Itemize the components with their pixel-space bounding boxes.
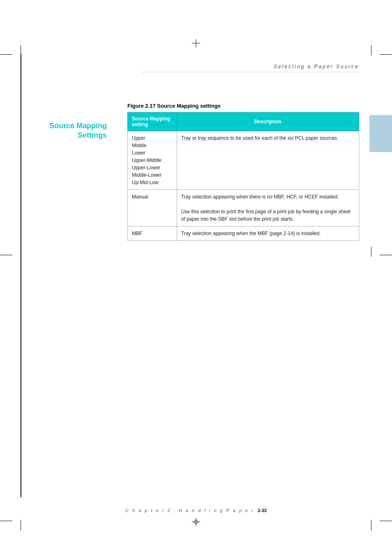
crop-mark-top-right-v: [371, 45, 371, 55]
footer-page-number: 2-33: [258, 508, 267, 513]
page: Selecting a Paper Source Source Mapping …: [0, 0, 392, 554]
crop-mark-mid-right-h: [380, 255, 392, 255]
figure-title: Figure 2.17 Source Mapping settings: [127, 103, 359, 109]
header-title: Selecting a Paper Source: [274, 64, 359, 69]
table-row: Manual Tray selection appearing when the…: [128, 190, 359, 226]
header-divider: [141, 72, 359, 72]
table-header-setting: Source Mapping setting: [128, 113, 177, 131]
table-cell-setting-3: MBF: [128, 226, 177, 241]
chapter-tab: [369, 115, 392, 152]
section-title-line2: Settings: [25, 131, 107, 140]
crosshair-top-center: [192, 39, 200, 48]
table-row: UpperMiddleLowerUpper-MiddleUpper-LowerM…: [128, 131, 359, 190]
crop-mark-top-right-h: [380, 54, 392, 55]
table-cell-setting-1: UpperMiddleLowerUpper-MiddleUpper-LowerM…: [128, 131, 177, 190]
header-area: Selecting a Paper Source: [274, 64, 359, 69]
footer-chapter-text: C h a p t e r 2 : H a n d l i n g P a p …: [125, 508, 254, 513]
crop-mark-bottom-left-h: [0, 521, 12, 521]
table-cell-description-3: Tray selection appearing when the MBF (p…: [177, 226, 359, 241]
table-header-description: Description: [177, 113, 359, 131]
section-title-line1: Source Mapping: [25, 121, 107, 131]
crop-mark-top-left-h: [0, 54, 12, 55]
section-title: Source Mapping Settings: [25, 121, 107, 141]
crop-mark-mid-left-h: [0, 255, 12, 255]
left-border-line: [21, 53, 21, 497]
table-cell-description-2: Tray selection appearing when there is n…: [177, 190, 359, 226]
table-cell-description-1: Tray or tray sequence to be used for eac…: [177, 131, 359, 190]
table-cell-setting-2: Manual: [128, 190, 177, 226]
main-content: Figure 2.17 Source Mapping settings Sour…: [127, 103, 359, 241]
source-mapping-table: Source Mapping setting Description Upper…: [127, 112, 359, 241]
crop-mark-mid-left-v: [21, 247, 21, 257]
crop-mark-mid-right-v: [371, 247, 371, 257]
footer: C h a p t e r 2 : H a n d l i n g P a p …: [33, 508, 359, 513]
crop-mark-bottom-right-v: [371, 520, 371, 530]
crosshair-bottom-center: [192, 518, 200, 527]
table-row: MBF Tray selection appearing when the MB…: [128, 226, 359, 241]
crop-mark-bottom-left-v: [21, 520, 21, 530]
crop-mark-bottom-right-h: [380, 521, 392, 521]
